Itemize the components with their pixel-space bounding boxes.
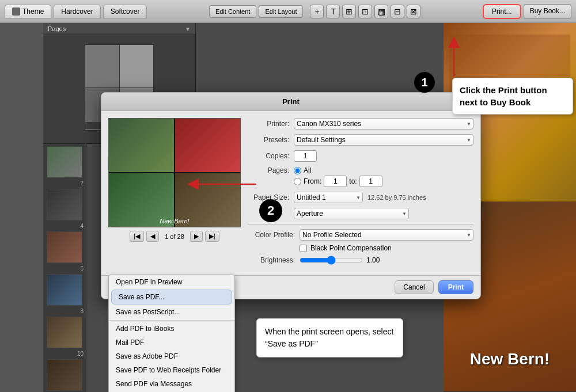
sidebar-num-6: 6 — [43, 264, 86, 273]
sidebar-row-2: 2 — [43, 146, 86, 188]
presets-label: Presets: — [248, 136, 294, 144]
paper-preset-select[interactable]: Aperture — [294, 208, 409, 219]
black-point-checkbox[interactable] — [300, 245, 307, 252]
toolbar-middle: Edit Content Edit Layout + T ⊞ ⊡ ▦ ⊟ ⊠ — [149, 5, 480, 18]
remove-icon[interactable]: ⊟ — [391, 5, 404, 18]
preview-label: New Bern! — [109, 218, 240, 224]
tab-hardcover-label: Hardcover — [61, 7, 93, 16]
toolbar-icon-group: + T ⊞ ⊡ ▦ ⊟ ⊠ — [310, 5, 420, 18]
sidebar-row-12: 12 — [43, 359, 86, 392]
copies-label: Copies: — [248, 152, 294, 160]
pages-all-label: All — [304, 166, 311, 174]
image-icon[interactable]: ⊞ — [342, 5, 356, 18]
callout-2-box: When the print screen opens, select “Sav… — [256, 318, 403, 357]
paper-size-row: Paper Size: Untitled 1 12.62 by 9.75 inc… — [248, 192, 473, 203]
close-icon[interactable]: ⊠ — [407, 5, 420, 18]
sidebar-num-4: 4 — [43, 222, 86, 230]
paper-size-select[interactable]: Untitled 1 — [294, 192, 363, 203]
pdf-menu-adobe[interactable]: Save as Adobe PDF — [109, 349, 234, 363]
dialog-form: Printer: Canon MX310 series Presets: Def… — [248, 118, 473, 268]
color-profile-select-wrapper: No Profile Selected — [300, 229, 473, 241]
pages-all-row: All — [294, 166, 382, 174]
callout-2-text: When the print screen opens, select “Sav… — [265, 327, 393, 348]
edit-content-button[interactable]: Edit Content — [209, 5, 257, 18]
step-2-circle: 2 — [259, 199, 282, 222]
tab-theme-label: Theme — [22, 7, 44, 16]
chevron-down-icon: ▼ — [185, 26, 191, 32]
pdf-menu-open-preview[interactable]: Open PDF in Preview — [109, 275, 234, 289]
tab-softcover-label: Softcover — [111, 7, 140, 16]
preview-cell-1 — [109, 119, 174, 172]
grid-icon[interactable]: ▦ — [374, 5, 388, 18]
dialog-title: Print — [101, 93, 480, 111]
preview-cell-2 — [175, 119, 240, 172]
printer-select-wrapper: Canon MX310 series — [294, 118, 473, 130]
toolbar: Theme Hardcover Softcover Edit Content E… — [0, 0, 576, 23]
edit-layout-button[interactable]: Edit Layout — [259, 5, 303, 18]
black-point-row: Black Point Compensation — [300, 244, 473, 252]
pdf-dropdown-menu: Open PDF in Preview Save as PDF... Save … — [108, 275, 235, 392]
pages-all-radio[interactable] — [294, 167, 301, 174]
copies-row: Copies: — [248, 150, 473, 162]
printer-select[interactable]: Canon MX310 series — [294, 118, 473, 130]
sidebar-row-8: 8 — [43, 274, 86, 315]
thumb-cell-2 — [120, 45, 154, 87]
nav-first-button[interactable]: |◀ — [130, 231, 144, 242]
callout-1-text: Click the Print button next to Buy Book — [460, 85, 547, 107]
arrow-to-save-pdf — [187, 170, 262, 199]
nav-page-indicator: 1 of 28 — [161, 233, 188, 240]
tab-hardcover[interactable]: Hardcover — [54, 5, 100, 18]
brightness-row: Brightness: 1.00 — [248, 256, 473, 265]
theme-icon — [12, 7, 20, 16]
pages-options: All From: to: — [294, 166, 382, 187]
tab-theme[interactable]: Theme — [5, 5, 51, 18]
pdf-menu-mail[interactable]: Mail PDF — [109, 336, 234, 349]
nav-next-button[interactable]: ▶ — [190, 231, 203, 242]
dialog-body: New Bern! |◀ ◀ 1 of 28 ▶ ▶| Printer: — [101, 111, 480, 275]
buy-book-button[interactable]: Buy Book... — [524, 4, 571, 19]
color-profile-label: Color Profile: — [248, 231, 300, 239]
main-content: Pages ▼ View Bern 2 — [43, 23, 576, 392]
paper-size-select-wrapper: Untitled 1 — [294, 192, 363, 203]
pages-from-label: From: — [304, 177, 321, 185]
cancel-button[interactable]: Cancel — [395, 280, 433, 294]
brightness-slider-wrapper: 1.00 — [300, 256, 473, 265]
sidebar-num-10: 10 — [43, 349, 86, 358]
printer-row: Printer: Canon MX310 series — [248, 118, 473, 130]
brightness-slider[interactable] — [300, 256, 363, 265]
nav-last-button[interactable]: ▶| — [205, 231, 219, 242]
pdf-menu-add-ibooks[interactable]: Add PDF to iBooks — [109, 322, 234, 336]
pdf-menu-separator-1 — [109, 320, 234, 321]
nav-prev-button[interactable]: ◀ — [146, 231, 159, 242]
copies-input[interactable] — [294, 150, 317, 162]
print-action-button[interactable]: Print — [438, 280, 473, 294]
callout-1-box: Click the Print button next to Buy Book — [452, 78, 573, 115]
sidebar-num-2: 2 — [43, 179, 86, 188]
pages-from-radio[interactable] — [294, 178, 301, 185]
print-button[interactable]: Print... — [483, 4, 521, 19]
pdf-menu-messages[interactable]: Send PDF via Messages — [109, 377, 234, 391]
sidebar-num-8: 8 — [43, 307, 86, 315]
save-pdf-label: Save as PDF... — [119, 293, 164, 301]
presets-row: Presets: Default Settings — [248, 134, 473, 146]
printer-label: Printer: — [248, 120, 294, 128]
frame-icon[interactable]: ⊡ — [358, 5, 372, 18]
pdf-menu-save-pdf[interactable]: Save as PDF... — [111, 290, 232, 305]
presets-select[interactable]: Default Settings — [294, 134, 473, 146]
navigation-bar: |◀ ◀ 1 of 28 ▶ ▶| — [108, 231, 241, 242]
text-icon[interactable]: T — [326, 5, 340, 18]
pdf-menu-save-postscript[interactable]: Save as PostScript... — [109, 305, 234, 319]
brightness-value: 1.00 — [366, 256, 380, 264]
paper-size-dimensions: 12.62 by 9.75 inches — [367, 194, 426, 201]
pdf-menu-web-receipts[interactable]: Save PDF to Web Receipts Folder — [109, 363, 234, 377]
tab-softcover[interactable]: Softcover — [103, 5, 147, 18]
pages-from-input[interactable] — [324, 176, 347, 187]
pages-panel-header: Pages ▼ — [43, 23, 195, 35]
pages-to-input[interactable] — [359, 176, 382, 187]
sidebar-row-10: 10 — [43, 317, 86, 358]
dialog-bottom: ? PDF ▼ Hide Details Cancel Print Open P… — [101, 275, 480, 299]
color-profile-select[interactable]: No Profile Selected — [300, 229, 473, 241]
add-icon[interactable]: + — [310, 5, 324, 18]
thumb-cell-1 — [85, 45, 119, 87]
separator — [248, 224, 473, 224]
